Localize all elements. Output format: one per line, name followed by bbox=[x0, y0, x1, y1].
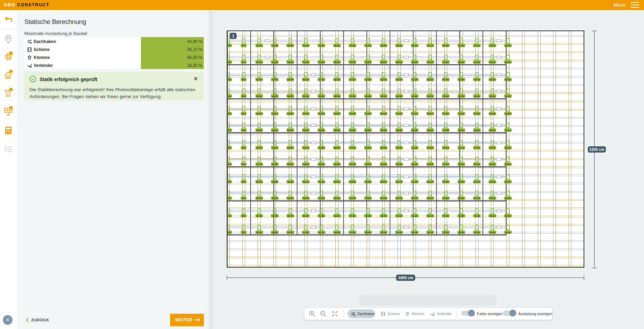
svg-text:37.3%: 37.3% bbox=[349, 197, 356, 199]
svg-text:34%: 34% bbox=[242, 147, 246, 149]
svg-text:25.9%: 25.9% bbox=[490, 78, 496, 81]
svg-text:44.9%: 44.9% bbox=[365, 163, 371, 165]
svg-text:34%: 34% bbox=[242, 44, 246, 47]
svg-text:36.4%: 36.4% bbox=[396, 231, 402, 234]
svg-text:39.4%: 39.4% bbox=[380, 61, 387, 63]
svg-text:43.6%: 43.6% bbox=[458, 231, 465, 234]
svg-text:25.9%: 25.9% bbox=[490, 147, 496, 149]
svg-text:39.2%: 39.2% bbox=[334, 78, 340, 81]
svg-text:44.2%: 44.2% bbox=[474, 215, 480, 217]
svg-text:25.9%: 25.9% bbox=[490, 231, 496, 234]
svg-text:36.4%: 36.4% bbox=[396, 78, 402, 81]
svg-text:38.5%: 38.5% bbox=[256, 163, 262, 165]
svg-text:44.6%: 44.6% bbox=[272, 61, 278, 63]
svg-text:39.1%: 39.1% bbox=[427, 129, 433, 131]
svg-text:37.3%: 37.3% bbox=[349, 112, 356, 115]
svg-text:44.3%: 44.3% bbox=[318, 181, 325, 183]
svg-text:25.9%: 25.9% bbox=[490, 197, 496, 199]
svg-text:44.6%: 44.6% bbox=[272, 181, 278, 183]
svg-text:39.4%: 39.4% bbox=[380, 215, 387, 217]
svg-text:44.2%: 44.2% bbox=[474, 163, 480, 165]
svg-text:44.2%: 44.2% bbox=[474, 44, 480, 47]
svg-text:37.9%: 37.9% bbox=[443, 215, 449, 217]
svg-text:44.1%: 44.1% bbox=[412, 95, 418, 97]
svg-text:39.1%: 39.1% bbox=[427, 215, 433, 217]
svg-text:36.4%: 36.4% bbox=[303, 78, 309, 81]
svg-text:36.4%: 36.4% bbox=[396, 112, 402, 115]
svg-text:30.3%: 30.3% bbox=[505, 95, 511, 97]
svg-text:37.9%: 37.9% bbox=[443, 147, 449, 149]
svg-text:39.2%: 39.2% bbox=[334, 181, 340, 183]
svg-text:39.5%: 39.5% bbox=[287, 95, 293, 97]
svg-text:43.6%: 43.6% bbox=[458, 163, 465, 165]
svg-text:34%: 34% bbox=[242, 129, 246, 131]
svg-text:36.4%: 36.4% bbox=[303, 231, 309, 234]
svg-text:44.1%: 44.1% bbox=[412, 215, 418, 217]
svg-text:34%: 34% bbox=[242, 215, 246, 217]
svg-text:34%: 34% bbox=[242, 163, 246, 165]
svg-text:25.9%: 25.9% bbox=[490, 129, 496, 131]
svg-text:39.5%: 39.5% bbox=[287, 231, 293, 234]
svg-text:36.4%: 36.4% bbox=[303, 95, 309, 97]
svg-text:39.5%: 39.5% bbox=[287, 129, 293, 131]
svg-text:37.3%: 37.3% bbox=[349, 181, 356, 183]
svg-text:38.5%: 38.5% bbox=[256, 197, 262, 199]
svg-text:30.3%: 30.3% bbox=[505, 181, 511, 183]
svg-text:39.1%: 39.1% bbox=[427, 163, 433, 165]
svg-text:38.5%: 38.5% bbox=[256, 147, 262, 149]
svg-text:38.5%: 38.5% bbox=[256, 215, 262, 217]
svg-text:44.9%: 44.9% bbox=[365, 95, 371, 97]
svg-text:25.9%: 25.9% bbox=[490, 163, 496, 165]
svg-text:39.1%: 39.1% bbox=[427, 147, 433, 149]
svg-text:39.2%: 39.2% bbox=[334, 231, 340, 234]
svg-text:34%: 34% bbox=[242, 181, 246, 183]
svg-text:39.4%: 39.4% bbox=[380, 44, 387, 47]
svg-text:39.2%: 39.2% bbox=[334, 163, 340, 165]
svg-text:44.6%: 44.6% bbox=[272, 129, 278, 131]
svg-text:39.4%: 39.4% bbox=[380, 129, 387, 131]
svg-text:43.6%: 43.6% bbox=[458, 181, 465, 183]
svg-text:36.4%: 36.4% bbox=[396, 61, 402, 63]
svg-text:44.6%: 44.6% bbox=[272, 78, 278, 81]
svg-text:44.1%: 44.1% bbox=[412, 163, 418, 165]
svg-text:44.6%: 44.6% bbox=[272, 215, 278, 217]
svg-text:37.9%: 37.9% bbox=[443, 95, 449, 97]
svg-text:44.9%: 44.9% bbox=[365, 129, 371, 131]
svg-text:39.4%: 39.4% bbox=[380, 147, 387, 149]
svg-text:44.2%: 44.2% bbox=[474, 61, 480, 63]
svg-text:39.4%: 39.4% bbox=[380, 181, 387, 183]
svg-text:34%: 34% bbox=[242, 112, 246, 115]
svg-text:43.6%: 43.6% bbox=[458, 147, 465, 149]
svg-text:44.2%: 44.2% bbox=[474, 78, 480, 81]
svg-text:39.5%: 39.5% bbox=[287, 215, 293, 217]
svg-text:37.3%: 37.3% bbox=[349, 129, 356, 131]
svg-text:39.2%: 39.2% bbox=[334, 61, 340, 63]
svg-text:44.1%: 44.1% bbox=[412, 78, 418, 81]
svg-text:43.6%: 43.6% bbox=[458, 44, 465, 47]
svg-text:37.3%: 37.3% bbox=[349, 231, 356, 234]
svg-text:25.9%: 25.9% bbox=[490, 95, 496, 97]
svg-text:39.4%: 39.4% bbox=[380, 95, 387, 97]
svg-text:30.3%: 30.3% bbox=[505, 129, 511, 131]
svg-text:30.3%: 30.3% bbox=[505, 215, 511, 217]
svg-text:37.3%: 37.3% bbox=[349, 215, 356, 217]
svg-text:37.9%: 37.9% bbox=[443, 163, 449, 165]
svg-text:39.4%: 39.4% bbox=[380, 197, 387, 199]
svg-text:37.9%: 37.9% bbox=[443, 181, 449, 183]
svg-text:37.9%: 37.9% bbox=[443, 231, 449, 234]
svg-text:44.6%: 44.6% bbox=[272, 147, 278, 149]
svg-text:38.5%: 38.5% bbox=[256, 61, 262, 63]
svg-text:36.4%: 36.4% bbox=[303, 147, 309, 149]
svg-text:39.1%: 39.1% bbox=[427, 44, 433, 47]
svg-text:39.1%: 39.1% bbox=[427, 181, 433, 183]
svg-text:34%: 34% bbox=[242, 197, 246, 199]
svg-text:30.3%: 30.3% bbox=[505, 44, 511, 47]
svg-text:30.3%: 30.3% bbox=[505, 61, 511, 63]
svg-text:37.9%: 37.9% bbox=[443, 112, 449, 115]
svg-text:36.4%: 36.4% bbox=[303, 197, 309, 199]
svg-text:43.6%: 43.6% bbox=[458, 129, 465, 131]
svg-text:36.4%: 36.4% bbox=[396, 215, 402, 217]
svg-text:37.3%: 37.3% bbox=[349, 78, 356, 81]
svg-text:39.5%: 39.5% bbox=[287, 44, 293, 47]
svg-text:44.6%: 44.6% bbox=[272, 95, 278, 97]
